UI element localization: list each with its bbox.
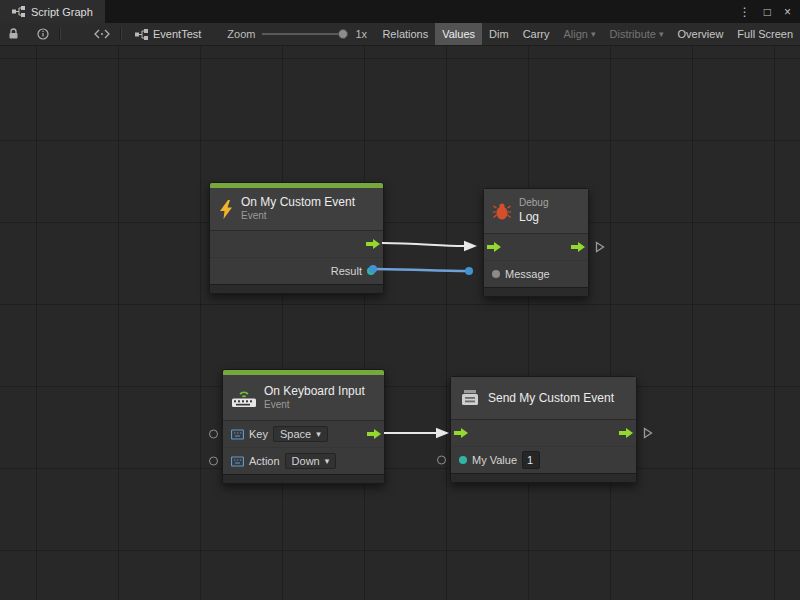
- lightning-icon: [218, 200, 234, 219]
- info-icon[interactable]: [33, 28, 53, 40]
- my-value-default-port-circle[interactable]: [437, 456, 446, 465]
- value-wire-endpoint: [465, 267, 473, 275]
- key-select[interactable]: Space ▾: [273, 426, 328, 442]
- zoom-slider[interactable]: [262, 28, 348, 40]
- dim-button[interactable]: Dim: [482, 23, 516, 45]
- zoom-slider-track[interactable]: [262, 33, 348, 35]
- node-send-my-custom-event[interactable]: Send My Custom Event: [450, 376, 637, 483]
- value-wire-result-to-message[interactable]: [373, 269, 469, 271]
- distribute-button[interactable]: Distribute ▾: [603, 23, 671, 45]
- node-subtitle: Event: [241, 210, 355, 223]
- bug-icon: [492, 202, 512, 220]
- control-wire-arrowhead: [436, 428, 449, 439]
- enum-icon: [231, 456, 244, 467]
- key-default-port-circle[interactable]: [209, 430, 218, 439]
- chevron-down-icon: ▾: [591, 29, 596, 39]
- node-subtitle: Event: [264, 399, 365, 412]
- node-on-keyboard-input[interactable]: On Keyboard Input Event Key Space ▾: [222, 369, 385, 484]
- control-input-port[interactable]: [487, 242, 501, 252]
- message-input-row: Message: [484, 260, 588, 287]
- node-footer: [451, 473, 636, 482]
- zoom-control: Zoom 1x: [227, 28, 367, 40]
- control-continuation-triangle: [595, 241, 605, 253]
- node-debug-log[interactable]: Debug Log Mess: [483, 188, 589, 297]
- action-select-value: Down: [292, 455, 320, 467]
- action-select[interactable]: Down ▾: [285, 453, 337, 469]
- enum-icon: [231, 429, 244, 440]
- control-wire-arrowhead: [464, 241, 477, 252]
- menu-icon[interactable]: ⋮: [739, 5, 751, 19]
- control-output-row: [210, 231, 383, 257]
- toolbar-buttons: Relations Values Dim Carry Align ▾ Distr…: [375, 23, 800, 45]
- control-output-port[interactable]: [571, 242, 585, 252]
- tab-script-graph[interactable]: Script Graph: [0, 0, 105, 23]
- node-footer: [210, 284, 383, 293]
- chevron-down-icon: ▾: [325, 456, 330, 466]
- node-title: Log: [519, 210, 548, 225]
- control-output-port[interactable]: [367, 429, 381, 439]
- result-value-port[interactable]: [367, 267, 375, 275]
- chevron-down-icon: ▾: [316, 429, 321, 439]
- tab-title: Script Graph: [31, 6, 93, 18]
- node-footer: [223, 474, 384, 483]
- node-header: Debug Log: [484, 189, 588, 233]
- values-button[interactable]: Values: [435, 23, 482, 45]
- script-graph-icon: [12, 6, 25, 17]
- lock-icon[interactable]: [4, 28, 23, 40]
- toolbar-separator: [120, 27, 121, 41]
- key-input-row: Key Space ▾: [223, 421, 384, 447]
- event-machine-icon: [459, 388, 481, 408]
- title-bar: Script Graph ⋮ □ ×: [0, 0, 800, 23]
- fullscreen-button[interactable]: Full Screen: [730, 23, 800, 45]
- edit-code-icon[interactable]: [90, 29, 114, 39]
- node-header: On Keyboard Input Event: [223, 375, 384, 420]
- my-value-field[interactable]: 1: [522, 451, 540, 469]
- carry-button[interactable]: Carry: [516, 23, 557, 45]
- port-label-key: Key: [249, 428, 268, 440]
- node-on-my-custom-event[interactable]: On My Custom Event Event Result: [209, 182, 384, 294]
- control-wire-custom-event-to-log[interactable]: [382, 243, 464, 246]
- my-value-input-row: My Value 1: [451, 446, 636, 473]
- script-graph-window: Script Graph ⋮ □ × EventTest Zoom: [0, 0, 800, 600]
- window-controls: ⋮ □ ×: [739, 0, 800, 23]
- align-button-label: Align: [564, 28, 588, 40]
- align-button[interactable]: Align ▾: [557, 23, 603, 45]
- control-output-port[interactable]: [366, 239, 380, 249]
- action-input-row: Action Down ▾: [223, 447, 384, 474]
- graph-name: EventTest: [153, 28, 201, 40]
- control-input-port[interactable]: [454, 428, 468, 438]
- graph-toolbar: EventTest Zoom 1x Relations Values Dim C…: [0, 23, 800, 46]
- node-category: Debug: [519, 197, 548, 210]
- key-select-value: Space: [280, 428, 311, 440]
- message-value-port[interactable]: [492, 270, 500, 278]
- control-flow-row: [451, 420, 636, 446]
- control-continuation-triangle: [643, 427, 653, 439]
- my-value-port[interactable]: [459, 456, 467, 464]
- overview-button[interactable]: Overview: [671, 23, 731, 45]
- graph-canvas[interactable]: On My Custom Event Event Result: [0, 46, 800, 600]
- port-label-action: Action: [249, 455, 280, 467]
- close-icon[interactable]: ×: [784, 5, 791, 19]
- relations-button[interactable]: Relations: [375, 23, 435, 45]
- action-default-port-circle[interactable]: [209, 457, 218, 466]
- maximize-icon[interactable]: □: [764, 5, 771, 19]
- port-label-message: Message: [505, 268, 550, 280]
- node-title: On Keyboard Input: [264, 384, 365, 399]
- graph-breadcrumb[interactable]: EventTest: [135, 28, 201, 40]
- port-label-result: Result: [331, 265, 362, 277]
- node-title: Send My Custom Event: [488, 391, 614, 406]
- node-header: On My Custom Event Event: [210, 188, 383, 230]
- script-graph-icon: [135, 29, 148, 40]
- chevron-down-icon: ▾: [659, 29, 664, 39]
- control-output-port[interactable]: [619, 428, 633, 438]
- control-flow-row: [484, 234, 588, 260]
- zoom-slider-handle[interactable]: [338, 29, 348, 39]
- zoom-value: 1x: [355, 28, 367, 40]
- port-label-my-value: My Value: [472, 454, 517, 466]
- node-header: Send My Custom Event: [451, 377, 636, 419]
- node-footer: [484, 287, 588, 296]
- zoom-label: Zoom: [227, 28, 255, 40]
- keyboard-icon: [231, 388, 257, 408]
- wire-layer: [0, 46, 800, 600]
- distribute-button-label: Distribute: [610, 28, 656, 40]
